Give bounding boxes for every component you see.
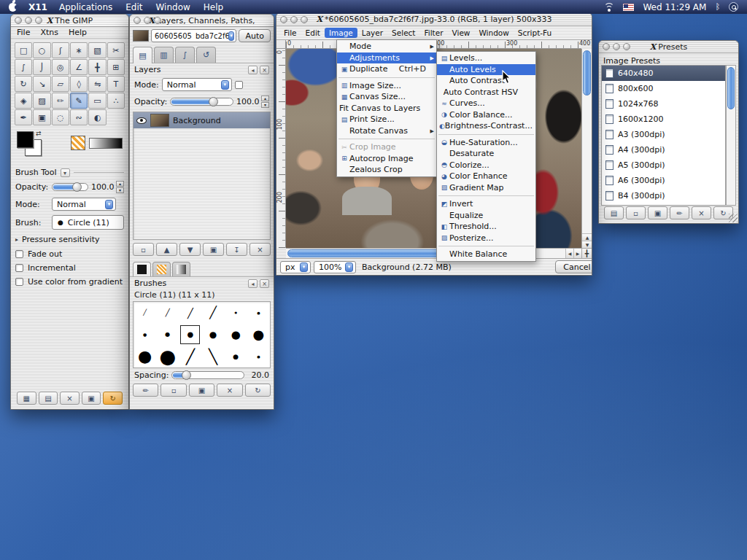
- eraser-tool[interactable]: ▭: [88, 93, 106, 109]
- brush-swatch[interactable]: ●: [133, 346, 156, 368]
- menu-item[interactable]: ◐ Brightness-Contrast...: [437, 120, 535, 132]
- close-button[interactable]: [15, 17, 22, 24]
- brush-swatch[interactable]: ●: [247, 302, 270, 324]
- pencil-tool[interactable]: ✏: [52, 93, 69, 109]
- menu-item[interactable]: Auto Levels: [437, 64, 535, 76]
- preset-item[interactable]: B4 (300dpi): [602, 188, 725, 203]
- presets-titlebar[interactable]: XPresets: [599, 41, 738, 53]
- undo-history-tab[interactable]: ↺: [196, 47, 216, 63]
- paths-tab[interactable]: ∫: [175, 47, 195, 63]
- brush-swatch[interactable]: ●: [225, 302, 247, 324]
- brush-swatch[interactable]: ●: [179, 324, 201, 346]
- cancel-button[interactable]: Cancel: [555, 260, 592, 273]
- menubar-menu-item[interactable]: Help: [204, 2, 223, 12]
- foreground-color-swatch[interactable]: [17, 131, 34, 148]
- image-window-menu-item[interactable]: Script-Fu: [514, 28, 556, 38]
- zoom-button[interactable]: [154, 17, 161, 24]
- keep-transparency-checkbox[interactable]: [235, 81, 243, 89]
- panel-menu-button[interactable]: ◂: [248, 279, 258, 288]
- opacity-spinner[interactable]: ▴▾: [116, 181, 124, 193]
- menu-item[interactable]: Mode: [337, 41, 436, 52]
- brush-swatch[interactable]: ●: [247, 346, 270, 368]
- menu-item[interactable]: ▥ Image Size...: [337, 80, 436, 92]
- zoom-button[interactable]: [301, 16, 308, 23]
- search-icon[interactable]: [729, 2, 738, 12]
- preset-item[interactable]: 800x600: [602, 81, 725, 96]
- preset-item[interactable]: A4 (300dpi): [602, 142, 725, 158]
- brush-swatch[interactable]: ●: [225, 346, 247, 368]
- refresh-brushes-button[interactable]: ↻: [245, 384, 271, 397]
- brush-swatch[interactable]: ╱: [133, 302, 156, 324]
- duplicate-layer-button[interactable]: ▣: [203, 243, 224, 256]
- move-tool[interactable]: ╋: [88, 59, 106, 75]
- preset-item[interactable]: A6 (300dpi): [602, 173, 725, 188]
- bluetooth-icon[interactable]: ᛒ: [715, 3, 720, 11]
- new-brush-button[interactable]: ▫: [160, 384, 186, 397]
- rotate-tool[interactable]: ↻: [15, 76, 32, 92]
- brush-swatch[interactable]: ●: [156, 346, 179, 368]
- minimize-button[interactable]: [613, 43, 620, 50]
- menu-item[interactable]: Adjustments: [337, 52, 436, 64]
- pressure-sensitivity-expander[interactable]: ▸ Pressure sensitivity: [11, 232, 128, 247]
- menu-item[interactable]: ◧ Threshold...: [437, 221, 535, 233]
- brush-swatch[interactable]: ╱: [179, 302, 201, 324]
- unit-dropdown[interactable]: px ▾: [280, 261, 311, 273]
- preset-item[interactable]: A5 (300dpi): [602, 158, 725, 173]
- image-window-menu-item[interactable]: Filter: [420, 28, 448, 38]
- menu-item[interactable]: ▦ Canvas Size...: [337, 91, 436, 103]
- menubar-clock[interactable]: Wed 11:29 AM: [643, 2, 706, 12]
- preset-item[interactable]: 747x560: [602, 96, 725, 112]
- scroll-left-icon[interactable]: ◀: [565, 249, 573, 258]
- layer-visibility-eye-icon[interactable]: [136, 117, 147, 124]
- menu-item[interactable]: ◩ Invert: [437, 198, 535, 210]
- menu-item[interactable]: Rotate Canvas: [337, 125, 436, 137]
- image-window-menu-item[interactable]: Window: [474, 28, 513, 38]
- anchor-layer-button[interactable]: ↧: [226, 243, 247, 256]
- brush-swatch[interactable]: ╲: [201, 346, 224, 368]
- apple-menu-icon[interactable]: [9, 3, 17, 12]
- input-language-flag-icon[interactable]: [623, 4, 634, 11]
- menu-item[interactable]: ▤ Print Size...: [337, 114, 436, 125]
- menu-item[interactable]: [437, 193, 535, 198]
- opacity-slider[interactable]: [52, 183, 88, 191]
- preset-item[interactable]: A3 (300dpi): [602, 127, 725, 142]
- menubar-menu-item[interactable]: Window: [156, 2, 190, 12]
- zoom-button[interactable]: [35, 17, 42, 24]
- collapse-icon[interactable]: ▾: [61, 168, 70, 177]
- device-status-button[interactable]: ▦: [17, 392, 36, 405]
- scroll-down-icon[interactable]: ▼: [582, 241, 592, 248]
- menu-item[interactable]: [437, 132, 535, 137]
- measure-tool[interactable]: ∠: [70, 59, 88, 75]
- select-by-color-tool[interactable]: ▧: [88, 42, 106, 58]
- menu-item[interactable]: ✂ Crop Image: [337, 141, 436, 153]
- crop-tool[interactable]: ⊞: [107, 59, 125, 75]
- menu-item[interactable]: ◓ Colorize...: [437, 160, 535, 171]
- menu-item[interactable]: White Balance: [437, 249, 535, 260]
- tool-option-checkbox[interactable]: Incremental: [11, 261, 128, 275]
- layers-tab[interactable]: ▤: [133, 47, 152, 63]
- vertical-scrollbar[interactable]: ▲▼: [581, 49, 592, 248]
- vertical-scrollbar-thumb[interactable]: [583, 50, 591, 96]
- scissors-select-tool[interactable]: ✂: [107, 42, 125, 58]
- minimize-button[interactable]: [25, 17, 32, 24]
- menu-item[interactable]: ▣ Duplicate Ctrl+D: [337, 63, 436, 75]
- raise-layer-button[interactable]: ▲: [156, 243, 177, 256]
- save-button[interactable]: ▣: [82, 392, 101, 405]
- image-window-menu-item[interactable]: File: [279, 28, 301, 38]
- layer-mode-dropdown[interactable]: Normal ▾: [162, 78, 232, 91]
- refresh-button[interactable]: ↻: [103, 392, 123, 405]
- navigation-button[interactable]: ╋: [581, 248, 592, 258]
- preset-item[interactable]: 1600x1200: [602, 112, 725, 127]
- paths-tool[interactable]: ∫: [15, 59, 32, 75]
- duplicate-brush-button[interactable]: ▣: [189, 384, 214, 397]
- panel-close-button[interactable]: ×: [260, 66, 269, 74]
- minimize-button[interactable]: [144, 17, 151, 24]
- text-tool[interactable]: T: [107, 76, 125, 92]
- brush-select-button[interactable]: ● Circle (11): [52, 215, 124, 230]
- brush-swatch[interactable]: ●: [156, 324, 179, 346]
- patterns-tab[interactable]: [152, 262, 171, 276]
- brush-swatch[interactable]: ●: [225, 324, 247, 346]
- menu-item[interactable]: [437, 244, 535, 249]
- layer-row[interactable]: Background: [133, 112, 270, 128]
- list-view-button[interactable]: ▤: [604, 206, 624, 219]
